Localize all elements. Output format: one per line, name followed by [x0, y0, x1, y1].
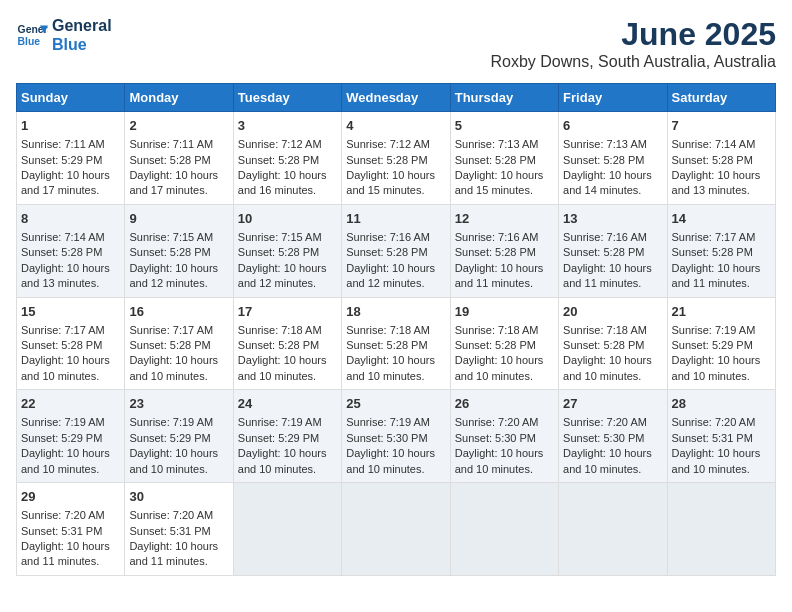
day-info: and 16 minutes.: [238, 183, 337, 198]
day-info: Sunrise: 7:20 AM: [21, 508, 120, 523]
day-number: 16: [129, 303, 228, 321]
day-info: Sunrise: 7:13 AM: [455, 137, 554, 152]
day-info: Sunrise: 7:17 AM: [129, 323, 228, 338]
day-number: 19: [455, 303, 554, 321]
day-info: Sunset: 5:29 PM: [672, 338, 771, 353]
day-number: 20: [563, 303, 662, 321]
day-info: Sunset: 5:29 PM: [21, 153, 120, 168]
day-info: Daylight: 10 hours: [129, 261, 228, 276]
day-info: Sunrise: 7:11 AM: [21, 137, 120, 152]
day-info: and 10 minutes.: [672, 462, 771, 477]
day-info: and 11 minutes.: [672, 276, 771, 291]
day-info: Sunset: 5:28 PM: [346, 338, 445, 353]
day-info: Sunrise: 7:18 AM: [346, 323, 445, 338]
day-info: Sunset: 5:28 PM: [238, 153, 337, 168]
day-info: Daylight: 10 hours: [238, 168, 337, 183]
day-info: Sunset: 5:28 PM: [238, 245, 337, 260]
day-info: Sunset: 5:29 PM: [238, 431, 337, 446]
day-number: 9: [129, 210, 228, 228]
day-cell: 18Sunrise: 7:18 AMSunset: 5:28 PMDayligh…: [342, 297, 450, 390]
day-number: 4: [346, 117, 445, 135]
day-number: 25: [346, 395, 445, 413]
day-cell: [342, 483, 450, 576]
day-info: Sunset: 5:28 PM: [563, 338, 662, 353]
day-info: and 15 minutes.: [346, 183, 445, 198]
day-cell: 8Sunrise: 7:14 AMSunset: 5:28 PMDaylight…: [17, 204, 125, 297]
day-info: and 10 minutes.: [238, 462, 337, 477]
day-info: and 11 minutes.: [21, 554, 120, 569]
week-row-3: 15Sunrise: 7:17 AMSunset: 5:28 PMDayligh…: [17, 297, 776, 390]
day-info: Daylight: 10 hours: [238, 353, 337, 368]
day-info: Daylight: 10 hours: [21, 353, 120, 368]
day-info: and 10 minutes.: [129, 369, 228, 384]
header-cell-sunday: Sunday: [17, 84, 125, 112]
day-number: 18: [346, 303, 445, 321]
day-cell: 22Sunrise: 7:19 AMSunset: 5:29 PMDayligh…: [17, 390, 125, 483]
day-info: Sunrise: 7:19 AM: [21, 415, 120, 430]
day-cell: 23Sunrise: 7:19 AMSunset: 5:29 PMDayligh…: [125, 390, 233, 483]
day-info: Daylight: 10 hours: [21, 446, 120, 461]
day-info: Sunrise: 7:14 AM: [672, 137, 771, 152]
day-info: Daylight: 10 hours: [672, 261, 771, 276]
day-info: Daylight: 10 hours: [455, 261, 554, 276]
day-info: and 11 minutes.: [455, 276, 554, 291]
day-info: Sunset: 5:28 PM: [672, 153, 771, 168]
day-info: and 12 minutes.: [346, 276, 445, 291]
day-cell: 28Sunrise: 7:20 AMSunset: 5:31 PMDayligh…: [667, 390, 775, 483]
day-info: Sunrise: 7:12 AM: [346, 137, 445, 152]
day-cell: 20Sunrise: 7:18 AMSunset: 5:28 PMDayligh…: [559, 297, 667, 390]
day-info: Sunset: 5:28 PM: [346, 245, 445, 260]
day-info: and 10 minutes.: [346, 369, 445, 384]
day-number: 29: [21, 488, 120, 506]
day-cell: 10Sunrise: 7:15 AMSunset: 5:28 PMDayligh…: [233, 204, 341, 297]
day-info: Daylight: 10 hours: [346, 446, 445, 461]
day-info: Sunset: 5:28 PM: [21, 245, 120, 260]
day-cell: 27Sunrise: 7:20 AMSunset: 5:30 PMDayligh…: [559, 390, 667, 483]
day-info: Sunrise: 7:16 AM: [346, 230, 445, 245]
day-info: Daylight: 10 hours: [455, 353, 554, 368]
day-info: Sunset: 5:28 PM: [129, 153, 228, 168]
week-row-4: 22Sunrise: 7:19 AMSunset: 5:29 PMDayligh…: [17, 390, 776, 483]
logo-blue: Blue: [52, 35, 112, 54]
day-info: and 13 minutes.: [672, 183, 771, 198]
day-info: Sunrise: 7:20 AM: [129, 508, 228, 523]
day-info: Sunrise: 7:20 AM: [563, 415, 662, 430]
day-info: Daylight: 10 hours: [346, 353, 445, 368]
day-info: Sunrise: 7:16 AM: [455, 230, 554, 245]
day-info: and 10 minutes.: [455, 369, 554, 384]
day-number: 7: [672, 117, 771, 135]
day-cell: [233, 483, 341, 576]
day-info: and 12 minutes.: [238, 276, 337, 291]
day-info: Sunrise: 7:14 AM: [21, 230, 120, 245]
day-info: Daylight: 10 hours: [129, 446, 228, 461]
week-row-5: 29Sunrise: 7:20 AMSunset: 5:31 PMDayligh…: [17, 483, 776, 576]
day-info: Sunrise: 7:20 AM: [455, 415, 554, 430]
day-info: Daylight: 10 hours: [21, 261, 120, 276]
day-cell: 13Sunrise: 7:16 AMSunset: 5:28 PMDayligh…: [559, 204, 667, 297]
day-info: and 10 minutes.: [672, 369, 771, 384]
day-cell: 21Sunrise: 7:19 AMSunset: 5:29 PMDayligh…: [667, 297, 775, 390]
day-number: 15: [21, 303, 120, 321]
day-info: Sunrise: 7:15 AM: [238, 230, 337, 245]
day-info: Sunset: 5:30 PM: [563, 431, 662, 446]
logo-icon: General Blue: [16, 19, 48, 51]
day-info: and 14 minutes.: [563, 183, 662, 198]
day-info: Sunset: 5:30 PM: [346, 431, 445, 446]
day-number: 22: [21, 395, 120, 413]
day-info: Sunset: 5:31 PM: [672, 431, 771, 446]
day-info: Sunrise: 7:19 AM: [129, 415, 228, 430]
header-row: SundayMondayTuesdayWednesdayThursdayFrid…: [17, 84, 776, 112]
day-number: 12: [455, 210, 554, 228]
header-cell-tuesday: Tuesday: [233, 84, 341, 112]
day-number: 21: [672, 303, 771, 321]
day-info: Sunset: 5:28 PM: [455, 338, 554, 353]
day-cell: 15Sunrise: 7:17 AMSunset: 5:28 PMDayligh…: [17, 297, 125, 390]
day-info: and 13 minutes.: [21, 276, 120, 291]
day-cell: [667, 483, 775, 576]
day-info: Sunrise: 7:17 AM: [672, 230, 771, 245]
day-number: 8: [21, 210, 120, 228]
day-info: Sunset: 5:31 PM: [129, 524, 228, 539]
day-info: Sunrise: 7:18 AM: [563, 323, 662, 338]
day-cell: 25Sunrise: 7:19 AMSunset: 5:30 PMDayligh…: [342, 390, 450, 483]
day-info: and 10 minutes.: [455, 462, 554, 477]
